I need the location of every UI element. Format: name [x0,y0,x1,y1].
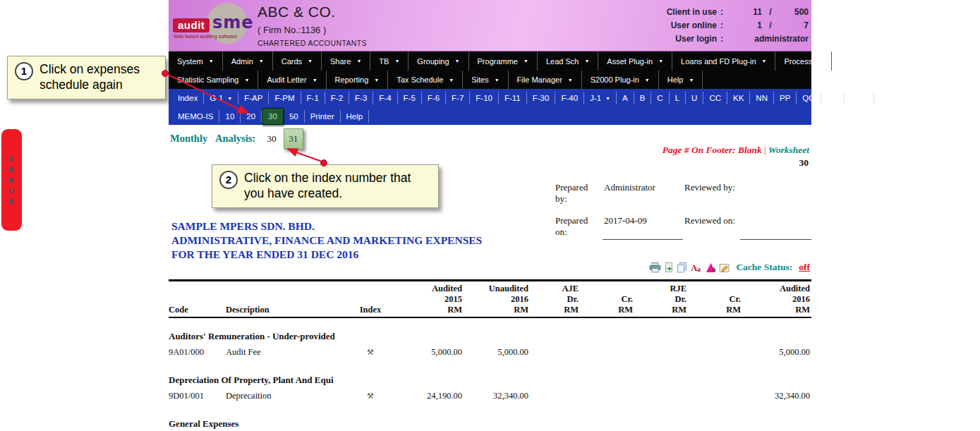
menu-item-label: Asset Plug-in [607,57,653,66]
tab-g-1[interactable]: G-1▼ [204,92,238,104]
prepared-by-label: Prepared by: [554,181,603,207]
index-link-icon[interactable]: ⚒ [367,391,374,401]
menu-item-loans-and-fd-plug-in[interactable]: Loans and FD Plug-in▼ [672,51,775,71]
tab-nn[interactable]: NN [750,92,774,104]
tab-ss-1[interactable]: SS-1 [845,92,875,104]
stat-row: User online:1/7 [667,18,809,32]
cell-rje_dr [633,388,686,404]
cell-aje_cr [579,388,633,404]
tab-c[interactable]: C [651,92,669,104]
tab-f-10[interactable]: F-10 [470,92,499,104]
chevron-down-icon: ▼ [605,96,610,101]
tab-cc[interactable]: CC [703,92,727,104]
tab-qq[interactable]: QQ [797,92,821,104]
monthly-index-30[interactable]: 30 [267,133,277,145]
menu-row-1: System▼Admin▼Cards▼Share▼TB▼Grouping▼Pro… [169,51,811,71]
tab-f-4[interactable]: F-4 [373,92,397,104]
tab-printer[interactable]: Printer [305,110,341,123]
chevron-down-icon: ▼ [818,59,823,63]
tab-label: A [622,94,628,102]
tab-a[interactable]: A [617,92,634,104]
error-tab-letter: R [9,197,15,206]
tab-j-1[interactable]: J-1▼ [584,92,617,104]
error-side-tab[interactable]: ERROR [1,129,22,231]
worksheet-number: 30 [799,157,809,169]
menu-item-audit-letter[interactable]: Audit Letter▼ [258,71,326,89]
svg-text:S: S [713,266,716,273]
worksheet-link[interactable]: Worksheet [768,145,809,155]
menu-item-sites[interactable]: Sites▼ [463,71,508,89]
edit-icon[interactable] [719,262,730,273]
column-header-index: Index [346,284,395,315]
tab-kk[interactable]: KK [727,92,750,104]
tab-50[interactable]: 50 [284,110,305,123]
menu-item-process[interactable]: Process▼ [775,51,832,71]
tab-memo-is[interactable]: MEMO-IS [172,110,219,123]
menu-item-asset-plug-in[interactable]: Asset Plug-in▼ [598,51,672,71]
cell-aje_dr [528,388,579,404]
menu-item-label: Programme [478,57,518,66]
tab-ss[interactable]: SS [821,92,844,104]
firm-block: ABC & CO. ( Firm No.:1136 ) CHARTERED AC… [258,4,367,47]
menu-item-file-manager[interactable]: File Manager▼ [509,71,582,89]
menu-item-cards[interactable]: Cards▼ [273,51,322,71]
tab-f-1[interactable]: F-1 [301,92,325,104]
menu-item-reporting[interactable]: Reporting▼ [327,71,389,89]
tab-20[interactable]: 20 [241,110,262,123]
menu-item-admin[interactable]: Admin▼ [223,51,273,71]
chart-icon[interactable]: S [706,262,716,273]
tab-f-pm[interactable]: F-PM [269,92,301,104]
tab-f-ap[interactable]: F-AP [238,92,269,104]
menu-item-statistic-sampling[interactable]: Statistic Sampling▼ [169,71,258,89]
prepared-on-value: 2017-04-09 [603,214,683,240]
export-icon[interactable] [664,262,674,273]
prepared-on-label: Prepared on: [554,214,603,240]
chevron-down-icon: ▼ [455,59,460,63]
column-header-rje_dr: RJEDr.RM [633,284,686,315]
tab-label: QQ [802,94,815,102]
tab-f-5[interactable]: F-5 [398,92,422,104]
logo-sme-text: sme [212,13,254,32]
print-icon[interactable] [649,262,661,273]
tab-f-40[interactable]: F-40 [555,92,584,104]
tab-u[interactable]: U [686,92,703,104]
tab-pp[interactable]: PP [774,92,797,104]
cell-audited2015: 24,190.00 [395,388,462,404]
menu-item-system[interactable]: System▼ [169,51,223,71]
tab-f-2[interactable]: F-2 [325,92,349,104]
callout-1-text: Click on expenses schedule again [40,61,158,92]
menu-item-tax-schedule[interactable]: Tax Schedule▼ [388,71,463,89]
tab-f-30[interactable]: F-30 [527,92,556,104]
section-title: Auditors' Remuneration - Under-provided [169,329,811,344]
tab-f-7[interactable]: F-7 [446,92,470,104]
menu-item-s2000-plug-in[interactable]: S2000 Plug-in▼ [582,71,659,89]
menu-item-programme[interactable]: Programme▼ [469,51,538,71]
tab-l[interactable]: L [670,92,686,104]
tab-30[interactable]: 30 [262,108,284,125]
menu-item-help[interactable]: Help▼ [659,71,703,89]
menu-item-share[interactable]: Share▼ [322,51,370,71]
font-icon[interactable]: Aa [690,262,703,273]
menu-item-lead-sch[interactable]: Lead Sch▼ [538,51,598,71]
cell-description: Deprecaition [226,388,346,404]
cell-description: Audit Fee [226,344,346,360]
copy-icon[interactable] [677,262,687,273]
tab-f-11[interactable]: F-11 [499,92,527,104]
tab-index[interactable]: Index [172,92,204,104]
tab-f-3[interactable]: F-3 [349,92,373,104]
table-body: Auditors' Remuneration - Under-provided9… [169,329,811,431]
monthly-index-31-button[interactable]: 31 [284,128,303,150]
menu-item-tb[interactable]: TB▼ [370,51,409,71]
tab-help[interactable]: Help [341,110,370,123]
index-link-icon[interactable]: ⚒ [367,348,374,357]
table-header: CodeDescriptionIndexAudited2015RMUnaudit… [169,279,811,318]
menu-item-grouping[interactable]: Grouping▼ [409,51,468,71]
callout-step-2: 2 Click on the index number that you hav… [212,164,439,208]
tab-10[interactable]: 10 [219,110,241,123]
tab-b[interactable]: B [634,92,652,104]
tab-label: CC [709,94,721,102]
cell-audited2016: 32,340.00 [741,388,811,404]
cache-status-toggle[interactable]: off [799,262,810,273]
tab-label: F-1 [307,94,319,102]
tab-f-6[interactable]: F-6 [422,92,446,104]
